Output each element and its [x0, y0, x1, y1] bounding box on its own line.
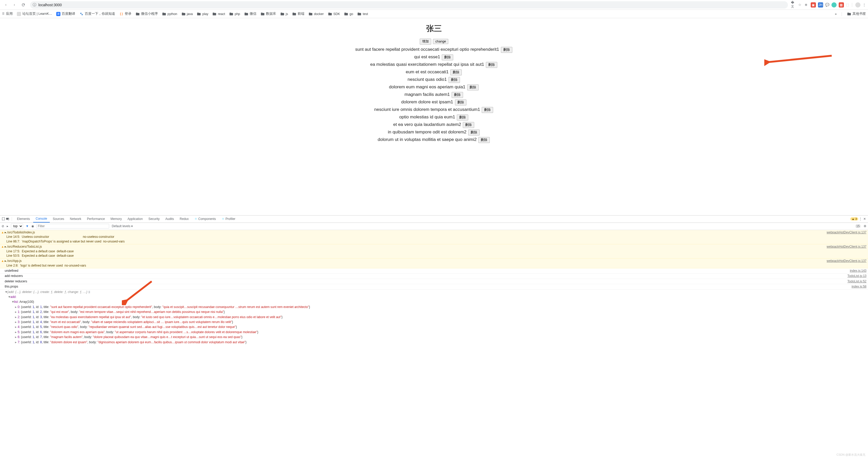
extension-icon-4[interactable]: 💬 — [825, 3, 829, 7]
devtools-tab[interactable]: ⚛Components — [192, 216, 219, 223]
array-item[interactable]: ▸1: {userId: 1, id: 2, title: "qui est e… — [0, 309, 868, 315]
list-item: qui est esse1 删除 — [0, 54, 868, 60]
live-expression-icon[interactable]: ◉ — [31, 224, 34, 228]
hidden-count[interactable]: 15 — [855, 224, 861, 228]
devtools-tab[interactable]: Elements — [14, 216, 33, 223]
bookmark-item[interactable]: java — [182, 12, 193, 16]
inspect-icon[interactable] — [2, 217, 5, 221]
bookmark-item[interactable]: docker — [309, 12, 324, 16]
devtools-close-icon[interactable]: ✕ — [863, 217, 866, 221]
forward-button[interactable] — [11, 1, 18, 8]
extension-icon-2[interactable]: ▣ — [811, 2, 816, 7]
delete-button[interactable]: 删除 — [478, 137, 490, 143]
console-filter-input[interactable] — [36, 224, 109, 228]
add-button[interactable]: 增加 — [420, 39, 431, 44]
address-bar[interactable]: ⓘ localhost:3000 — [30, 1, 788, 8]
warnings-badge[interactable]: ▲ 3 — [850, 217, 858, 221]
console-sidebar-toggle-icon[interactable]: ▸ — [7, 224, 8, 228]
devtools-tab[interactable]: Security — [146, 216, 162, 223]
list-item: dolorem eum magni eos aperiam quia1 删除 — [0, 84, 868, 90]
devtools-tab[interactable]: Sources — [50, 216, 67, 223]
console-warning[interactable]: ▲▸./src/Reducers/TodoList.js Line 17:5: … — [0, 244, 868, 259]
devtools-tab[interactable]: Redux — [177, 216, 191, 223]
array-item[interactable]: ▸0: {userId: 1, id: 1, title: "sunt aut … — [0, 305, 868, 309]
context-selector[interactable]: top — [11, 224, 23, 229]
bookmark-item[interactable]: 微信 — [244, 12, 256, 16]
array-item[interactable]: ▸7: {userId: 1, id: 8, title: "dolorem d… — [0, 340, 868, 345]
devtools-tab[interactable]: Audits — [163, 216, 177, 223]
extension-icon-1[interactable]: ✲ — [803, 2, 809, 7]
console-log[interactable]: add reducersTodoList.js:13 — [0, 273, 868, 279]
delete-button[interactable]: 删除 — [501, 47, 512, 53]
extension-icon-5[interactable] — [832, 2, 837, 7]
bookmark-item[interactable]: play — [197, 12, 208, 16]
bookmark-item[interactable]: 数据库 — [260, 12, 276, 16]
bookmark-item[interactable]: 前端 — [292, 12, 304, 16]
devtools-tab[interactable]: Application — [125, 216, 146, 223]
delete-button[interactable]: 删除 — [442, 55, 453, 60]
device-toolbar-icon[interactable] — [6, 217, 9, 221]
site-info-icon[interactable]: ⓘ — [33, 3, 36, 7]
array-item[interactable]: ▸6: {userId: 1, id: 7, title: "magnam fa… — [0, 335, 868, 339]
devtools-tab[interactable]: Console — [33, 216, 50, 223]
delete-button[interactable]: 删除 — [448, 77, 460, 83]
delete-button[interactable]: 删除 — [457, 115, 468, 121]
bookmark-item[interactable]: php — [229, 12, 240, 16]
bookmark-item[interactable]: js — [280, 12, 288, 16]
bookmark-item[interactable]: 🐾百度一下，你就知道 — [79, 12, 115, 16]
page-content: 张三 增加 change sunt aut facere repellat pr… — [0, 18, 868, 215]
other-bookmarks[interactable]: 其他书签 — [847, 12, 866, 16]
log-levels-dropdown[interactable]: Default levels ▾ — [112, 224, 133, 228]
bookmark-item[interactable]: react — [212, 12, 225, 16]
delete-button[interactable]: 删除 — [482, 107, 493, 113]
extension-icon-3[interactable]: JH — [818, 2, 823, 7]
avatar[interactable] — [855, 2, 861, 7]
page-title: 张三 — [0, 23, 868, 34]
list-item: magnam facilis autem1 删除 — [0, 91, 868, 98]
devtools-tab[interactable]: Performance — [85, 216, 107, 223]
bookmark-item[interactable]: 译百度翻译 — [56, 12, 75, 16]
delete-button[interactable]: 删除 — [467, 85, 478, 90]
bookmark-item[interactable]: 微信小程序 — [135, 12, 158, 16]
bookmarks-overflow[interactable]: » — [835, 12, 837, 16]
console-output[interactable]: ▲▸./src/Todolist/index.js Line 14:5: Use… — [0, 230, 868, 458]
array-item[interactable]: ▸5: {userId: 1, id: 6, title: "dolorem e… — [0, 330, 868, 335]
extension-icon-7[interactable]: ⬚ — [846, 3, 849, 7]
browser-menu-icon[interactable]: ⋮ — [863, 3, 866, 7]
delete-button[interactable]: 删除 — [452, 92, 463, 98]
apps-button[interactable]: ⠿应用 — [2, 12, 13, 16]
array-item[interactable]: ▸3: {userId: 1, id: 4, title: "eum et es… — [0, 320, 868, 325]
list-item: in quibusdam tempore odit est dolorem2 删… — [0, 129, 868, 135]
devtools-tab[interactable]: ⚛Profiler — [219, 216, 238, 223]
clear-console-icon[interactable]: ⊘ — [2, 224, 4, 228]
console-log[interactable]: undefinedindex.js:143 — [0, 268, 868, 273]
delete-button[interactable]: 删除 — [463, 122, 474, 128]
bookmark-item[interactable]: [ ]登录 — [119, 12, 131, 16]
bookmark-item[interactable]: test — [357, 12, 368, 16]
svg-line-2 — [126, 281, 152, 301]
console-settings-icon[interactable]: ⚙ — [864, 224, 866, 228]
delete-button[interactable]: 删除 — [486, 62, 497, 68]
array-item[interactable]: ▸4: {userId: 1, id: 5, title: "nesciunt … — [0, 325, 868, 329]
svg-line-0 — [767, 56, 832, 62]
devtools-tab[interactable]: Memory — [108, 216, 124, 223]
bookmark-item[interactable]: 论坛首页 | LearnK… — [17, 12, 52, 16]
delete-button[interactable]: 删除 — [455, 99, 466, 105]
devtools-settings-icon[interactable]: ⋮ — [859, 217, 862, 221]
delete-button[interactable]: 删除 — [450, 69, 462, 75]
bookmark-star-icon[interactable]: ☆ — [798, 3, 801, 7]
bookmark-item[interactable]: go — [344, 12, 353, 16]
reload-button[interactable] — [20, 1, 27, 8]
translate-icon[interactable]: �文 — [791, 2, 796, 7]
console-warning[interactable]: ▲▸./src/App.js Line 2:8: 'logo' is defin… — [0, 259, 868, 268]
bookmark-item[interactable]: python — [162, 12, 177, 16]
annotation-arrow-2 — [122, 279, 156, 305]
array-item[interactable]: ▸2: {userId: 1, id: 3, title: "ea molest… — [0, 315, 868, 320]
extension-icon-6[interactable]: ▦ — [839, 2, 844, 7]
change-button[interactable]: change — [433, 39, 448, 44]
bookmark-item[interactable]: SDK — [328, 12, 340, 16]
console-warning[interactable]: ▲▸./src/Todolist/index.js Line 14:5: Use… — [0, 230, 868, 244]
devtools-tab[interactable]: Network — [67, 216, 84, 223]
delete-button[interactable]: 删除 — [468, 130, 479, 135]
back-button[interactable] — [2, 1, 9, 8]
